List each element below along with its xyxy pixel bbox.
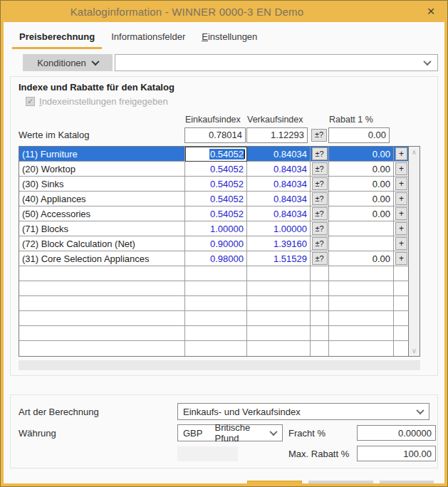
verkaufsindex-cell[interactable]: 1.39160 <box>247 236 311 251</box>
table-row[interactable]: (72) Block Calculation (Net)0.900001.391… <box>19 236 408 251</box>
einkaufsindex-cell[interactable]: 0.54052 <box>185 147 247 162</box>
verkaufsindex-cell[interactable]: 0.84034 <box>247 162 311 177</box>
scroll-up-icon[interactable]: ∧ <box>412 148 417 156</box>
add-button[interactable]: + <box>395 237 407 250</box>
empty-cell <box>329 296 394 311</box>
plusminus-button[interactable]: ±? <box>312 192 328 205</box>
einkaufsindex-cell[interactable]: 0.98000 <box>185 251 247 266</box>
rabatt-cell[interactable]: 0.00 <box>329 147 394 162</box>
einkaufsindex-cell[interactable]: 1.00000 <box>185 221 247 236</box>
empty-cell <box>329 311 394 326</box>
verkaufsindex-cell[interactable]: 0.84034 <box>247 192 311 206</box>
einkaufsindex-cell[interactable]: 0.54052 <box>185 206 247 221</box>
row-name-cell: (11) Furniture <box>19 147 185 162</box>
plusminus-button[interactable]: ±? <box>312 237 328 250</box>
empty-cell <box>19 281 185 296</box>
row-name-cell: (30) Sinks <box>19 177 185 192</box>
verkaufsindex-cell[interactable]: 0.84034 <box>247 206 311 221</box>
add-button[interactable]: + <box>395 147 407 160</box>
close-icon[interactable]: × <box>422 2 440 21</box>
fracht-field[interactable]: 0.00000 <box>357 425 436 441</box>
table-row[interactable]: (31) Core Selection Appliances0.980001.5… <box>19 251 408 266</box>
plus-cell: + <box>394 162 409 177</box>
horizontal-scrollbar[interactable] <box>19 360 420 370</box>
pm-cell: ±? <box>311 236 329 251</box>
empty-cell <box>247 281 311 296</box>
tab-label-mnemonic: E <box>202 31 208 42</box>
plusminus-button[interactable]: ±? <box>312 147 328 160</box>
cancel-button[interactable]: Abbrechen <box>308 481 373 483</box>
plus-cell: + <box>394 251 409 266</box>
verkaufsindex-cell[interactable]: 0.84034 <box>247 147 311 162</box>
empty-cell <box>185 281 247 296</box>
dialog-body: Preisberechnung Informationsfelder Einst… <box>4 22 444 483</box>
einkaufsindex-cell[interactable]: 0.54052 <box>185 192 247 206</box>
tab-informationsfelder[interactable]: Informationsfelder <box>104 29 192 49</box>
empty-cell <box>394 341 409 356</box>
add-button[interactable]: + <box>395 252 407 265</box>
art-der-berechnung-select[interactable]: Einkaufs- und Verkaufsindex <box>177 403 429 420</box>
vertical-scrollbar[interactable]: ∧ ∨ <box>409 146 420 357</box>
konditionen-combobox[interactable] <box>115 54 438 71</box>
rabatt-cell[interactable]: 0.00 <box>329 251 394 266</box>
max-rabatt-field[interactable]: 100.00 <box>357 446 436 461</box>
rabatt-cell[interactable]: 0.00 <box>329 192 394 206</box>
add-button[interactable]: + <box>395 177 407 190</box>
empty-cell <box>329 341 394 356</box>
empty-cell <box>247 341 311 356</box>
rabatt-cell[interactable]: 0.00 <box>329 177 394 192</box>
column-headers: Einkaufsindex Verkaufsindex Rabatt 1 % <box>19 113 429 125</box>
empty-cell <box>19 296 185 311</box>
table-row[interactable]: (71) Blocks1.000001.00000±?+ <box>19 221 408 236</box>
plusminus-button[interactable]: ±? <box>312 177 328 190</box>
empty-cell <box>394 296 409 311</box>
werte-label: Werte im Katalog <box>19 130 184 140</box>
einkaufsindex-cell[interactable]: 0.90000 <box>185 236 247 251</box>
add-button[interactable]: + <box>395 162 407 175</box>
table-row[interactable]: (11) Furniture0.540520.84034±?0.00+ <box>19 147 408 162</box>
table-row[interactable]: (30) Sinks0.540520.84034±?0.00+ <box>19 177 408 192</box>
add-button[interactable]: + <box>395 222 407 235</box>
einkaufsindex-cell[interactable]: 0.54052 <box>185 162 247 177</box>
plus-cell: + <box>394 236 409 251</box>
empty-cell <box>329 281 394 296</box>
rabatt-cell[interactable]: 0.00 <box>329 206 394 221</box>
table-row[interactable]: (40) Appliances0.540520.84034±?0.00+ <box>19 192 408 206</box>
verkaufsindex-cell[interactable]: 1.51529 <box>247 251 311 266</box>
plusminus-button[interactable]: ±? <box>312 252 328 265</box>
verkaufsindex-cell[interactable]: 0.84034 <box>247 177 311 192</box>
werte-verkaufsindex-field[interactable]: 1.12293 <box>246 127 308 143</box>
rabatt-cell[interactable] <box>329 221 394 236</box>
currency-select[interactable]: GBP Britische Pfund <box>177 424 283 441</box>
empty-cell <box>19 341 185 356</box>
empty-cell <box>247 266 311 281</box>
plusminus-button[interactable]: ±? <box>311 129 327 142</box>
empty-cell <box>394 326 409 341</box>
einkaufsindex-cell[interactable]: 0.54052 <box>185 177 247 192</box>
plus-cell: + <box>394 147 409 162</box>
plusminus-button[interactable]: ±? <box>312 207 328 220</box>
table-row[interactable]: (50) Accessories0.540520.84034±?0.00+ <box>19 206 408 221</box>
table-row-empty <box>19 296 408 311</box>
konditionen-button[interactable]: Konditionen <box>23 54 113 71</box>
plusminus-button[interactable]: ±? <box>312 222 328 235</box>
empty-cell <box>185 266 247 281</box>
rabatt-cell[interactable]: 0.00 <box>329 162 394 177</box>
add-button[interactable]: + <box>395 207 407 220</box>
ok-button[interactable]: OK <box>247 481 302 483</box>
tab-preisberechnung[interactable]: Preisberechnung <box>12 29 102 49</box>
add-button[interactable]: + <box>395 192 407 205</box>
tab-einstellungen[interactable]: Einstellungen <box>194 29 264 49</box>
table-row[interactable]: (20) Worktop0.540520.84034±?0.00+ <box>19 162 408 177</box>
verkaufsindex-cell[interactable]: 1.00000 <box>247 221 311 236</box>
chevron-down-icon <box>91 58 99 66</box>
index-table: (11) Furniture0.540520.84034±?0.00+(20) … <box>19 146 429 357</box>
rabatt-cell[interactable] <box>329 236 394 251</box>
checkbox-checked-icon[interactable]: ✓ <box>26 97 35 106</box>
scroll-down-icon[interactable]: ∨ <box>412 347 417 355</box>
werte-einkaufsindex-field[interactable]: 0.78014 <box>184 127 246 143</box>
werte-rabatt-field[interactable]: 0.00 <box>328 127 390 143</box>
help-button[interactable]: Hilfe <box>380 481 434 483</box>
column-header-rabatt: Rabatt 1 % <box>328 115 393 125</box>
plusminus-button[interactable]: ±? <box>312 162 328 175</box>
